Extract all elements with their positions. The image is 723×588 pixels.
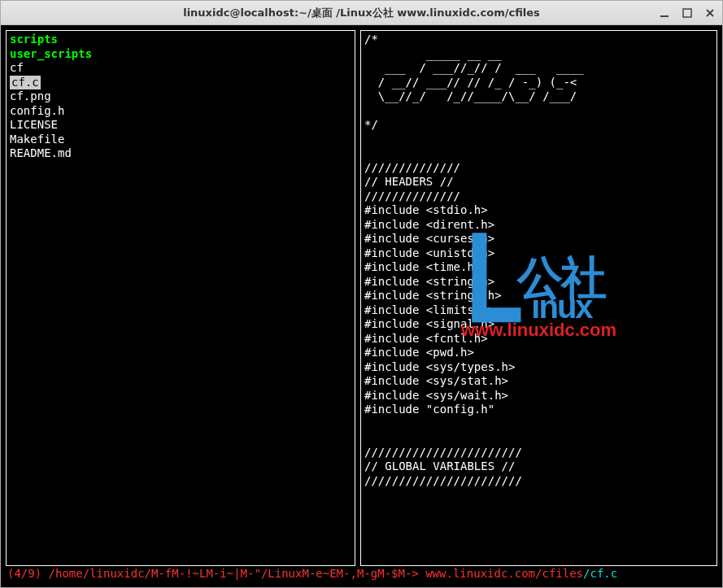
code-line: ////////////// xyxy=(364,161,713,176)
code-line: #include <fcntl.h> xyxy=(364,332,713,346)
status-counter: (4/9) xyxy=(7,567,41,581)
file-entry[interactable]: README.md xyxy=(10,146,351,161)
terminal-body[interactable]: scriptsuser_scriptscfcf.ccf.pngconfig.hL… xyxy=(1,25,722,587)
dir-entry[interactable]: user_scripts xyxy=(10,47,351,62)
titlebar[interactable]: linuxidc@localhost:~/桌面 /Linux公社 www.lin… xyxy=(1,1,722,25)
code-line: #include <sys/wait.h> xyxy=(364,389,713,403)
maximize-button[interactable] xyxy=(680,6,695,20)
status-bar: (4/9) /home/linuxidc/M-fM-!~LM-i~|M-"/Li… xyxy=(6,566,717,582)
dir-entry[interactable]: scripts xyxy=(10,33,351,47)
window-title: linuxidc@localhost:~/桌面 /Linux公社 www.lin… xyxy=(183,6,540,20)
status-current-file: /cf.c xyxy=(583,567,617,581)
close-button[interactable] xyxy=(703,6,717,20)
code-line: #include <stdio.h> xyxy=(364,203,713,218)
file-entry[interactable]: LICENSE xyxy=(10,118,351,133)
code-line: \__//_/ /_//____/\__/ /___/ xyxy=(364,89,713,104)
code-line: #include <curses.h> xyxy=(364,232,713,246)
code-line: / __// ___// // /_ / -_) (_-< xyxy=(364,76,713,90)
code-line: #include "config.h" xyxy=(364,403,713,417)
panes-container: scriptsuser_scriptscfcf.ccf.pngconfig.hL… xyxy=(6,30,717,566)
code-line xyxy=(364,133,713,147)
code-line: #include <sys/stat.h> xyxy=(364,374,713,389)
file-entry[interactable]: Makefile xyxy=(10,133,351,147)
code-line xyxy=(364,146,713,161)
code-line xyxy=(364,431,713,446)
code-line: #include <time.h> xyxy=(364,260,713,275)
code-line xyxy=(364,104,713,119)
file-entry[interactable]: config.h xyxy=(10,104,351,119)
code-line: _____ __ __ xyxy=(364,47,713,62)
code-line: /////////////////////// xyxy=(364,446,713,460)
window-controls xyxy=(657,6,717,20)
preview-pane[interactable]: /* _____ __ __ ___ / ___//_// / ___ ____… xyxy=(360,30,717,566)
svg-rect-1 xyxy=(683,9,691,17)
code-line: #include <string.h> xyxy=(364,275,713,290)
file-entry[interactable]: cf.c xyxy=(10,76,351,90)
code-line: #include <sys/types.h> xyxy=(364,360,713,375)
code-line: ___ / ___//_// / ___ ____ xyxy=(364,61,713,76)
code-line: #include <dirent.h> xyxy=(364,218,713,233)
code-line: #include <pwd.h> xyxy=(364,346,713,360)
code-line: ////////////// xyxy=(364,189,713,204)
code-line: #include <signal.h> xyxy=(364,317,713,332)
minimize-button[interactable] xyxy=(657,6,672,20)
code-line: // HEADERS // xyxy=(364,175,713,189)
code-line: /////////////////////// xyxy=(364,474,713,489)
code-line: */ xyxy=(364,118,713,133)
code-line xyxy=(364,417,713,432)
code-line: /* xyxy=(364,33,713,47)
file-entry[interactable]: cf.png xyxy=(10,89,351,104)
code-line: #include <strings.h> xyxy=(364,289,713,303)
status-path: /home/linuxidc/M-fM-!~LM-i~|M-"/LinuxM-e… xyxy=(41,567,583,581)
file-list-pane[interactable]: scriptsuser_scriptscfcf.ccf.pngconfig.hL… xyxy=(6,30,355,566)
file-entry[interactable]: cf xyxy=(10,61,351,76)
code-line: #include <limits.h> xyxy=(364,303,713,318)
code-line: #include <unistd.h> xyxy=(364,246,713,261)
code-line: // GLOBAL VARIABLES // xyxy=(364,460,713,474)
terminal-window: linuxidc@localhost:~/桌面 /Linux公社 www.lin… xyxy=(0,0,723,588)
